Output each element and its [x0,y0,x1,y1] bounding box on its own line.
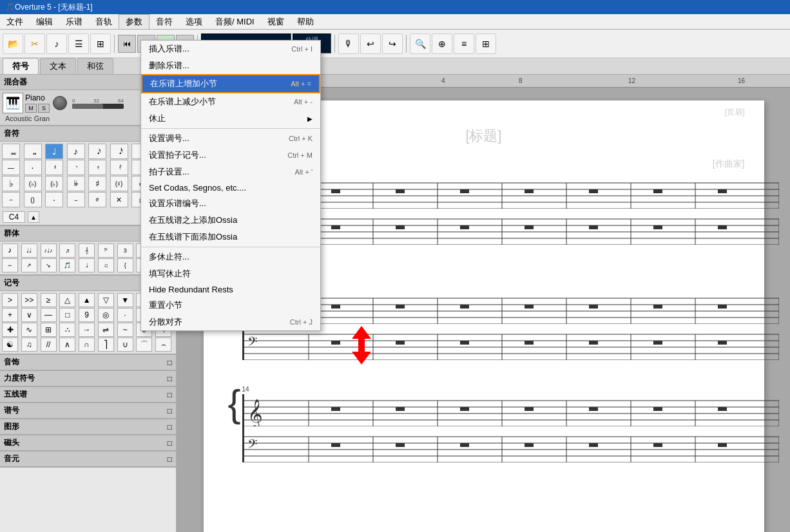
section-citou-header[interactable]: 磁头 □ [0,435,176,451]
section-puhao-header[interactable]: 谱号 □ [0,403,176,419]
menu-view[interactable]: 视窗 [261,14,291,29]
toolbar-scissors[interactable]: ✂ [24,33,45,54]
sym-gg[interactable]: >> [21,293,37,307]
sym-circle2[interactable]: ◎ [98,308,114,322]
menu-set-codas[interactable]: Set Codas, Segnos, etc.... [141,180,320,195]
group-14[interactable]: ♩ [79,258,95,272]
section-yinshi-header[interactable]: 音饰 □ [0,355,176,370]
menu-delete-score[interactable]: 删除乐谱... [141,57,320,74]
rest-16th[interactable]: 𝅀 [110,160,128,175]
group-10[interactable]: ⌢ [2,258,18,272]
menu-edit[interactable]: 编辑 [30,14,59,29]
pan-knob[interactable] [53,96,67,110]
rest-whole[interactable]: — [2,160,20,175]
solo-btn[interactable]: S [38,104,50,113]
note-whole[interactable]: 𝅜 [2,144,20,159]
tab-chord[interactable]: 和弦 [77,58,113,74]
menu-audio[interactable]: 音频/ MIDI [209,14,261,29]
note-32nd[interactable]: 𝅘𝅥𝅰 [110,144,128,159]
menu-fill-rest[interactable]: 填写休止符 [141,265,320,282]
toolbar-list2[interactable]: ⊞ [90,33,111,54]
note-half[interactable]: 𝅝 [24,144,42,159]
section-tuxing-header[interactable]: 图形 □ [0,419,176,435]
menu-add-ossia-below[interactable]: 在五线谱下面添加Ossia [141,229,320,245]
menu-set-time[interactable]: 设置拍子记号... Ctrl + M [141,147,320,164]
toolbar-extra3[interactable]: ⊞ [476,33,496,54]
sym-music2[interactable]: ♫ [21,337,37,352]
note-trill[interactable]: # [88,192,106,207]
note-staccato[interactable]: · [45,192,63,207]
note-tie[interactable]: ⌢ [2,192,20,207]
sym-arrows[interactable]: ⇌ [98,323,114,337]
sym-up-tri[interactable]: △ [59,293,75,307]
mute-btn[interactable]: M [25,104,37,113]
rest-dot[interactable]: · [24,160,42,175]
group-7[interactable]: 3 [117,243,133,258]
sym-v[interactable]: ∨ [21,308,37,322]
mod-sharp[interactable]: ♯ [88,176,106,191]
sym-plus2[interactable]: ✚ [2,323,18,337]
sym-box[interactable]: ⊞ [41,323,57,337]
rest-half[interactable]: 𝄽 [45,160,63,175]
toolbar-list1[interactable]: ☰ [68,33,89,54]
sym-gt[interactable]: > [2,293,18,307]
sym-down-tri[interactable]: ▽ [98,293,114,307]
note-paren[interactable]: () [24,192,42,207]
sym-wave2[interactable]: ∧ [59,337,75,352]
sym-dots3[interactable]: ∴ [59,323,75,337]
sym-square[interactable]: □ [59,308,75,322]
menu-help[interactable]: 帮助 [291,14,320,29]
menu-add-ossia-above[interactable]: 在五线谱之上添加Ossia [141,212,320,229]
menu-add-measure[interactable]: 在乐谱上增加小节 Alt + = [141,74,320,93]
pitch-up[interactable]: ▲ [28,211,39,223]
menu-tempo[interactable]: 拍子设置... Alt + ' [141,164,320,180]
note-quarter[interactable]: ♩ [45,144,63,159]
sym-dot2[interactable]: · [117,308,133,322]
group-6[interactable]: 𝄢 [98,243,114,258]
group-15[interactable]: ♫ [98,258,114,272]
sym-tilde[interactable]: ~ [117,323,133,337]
group-3[interactable]: ♪♩♪ [41,243,57,258]
menu-score[interactable]: 乐谱 [59,14,89,29]
section-lidu-header[interactable]: 力度符号 □ [0,371,176,386]
sym-arrow-r[interactable]: → [79,323,95,337]
mod-paren-flat[interactable]: (♭) [24,176,42,191]
menu-track[interactable]: 音轨 [89,14,119,29]
toolbar-record2[interactable]: 🎙 [338,33,359,54]
toolbar-music[interactable]: ♪ [46,33,67,54]
group-2[interactable]: ♩♩ [21,243,37,258]
menu-remove-measure[interactable]: 在乐谱上减少小节 Alt + - [141,93,320,110]
menu-justify[interactable]: 分散对齐 Ctrl + J [141,314,320,330]
menu-hide-redundant[interactable]: Hide Redundant Rests [141,282,320,297]
sym-slash[interactable]: // [41,337,57,352]
menu-set-key[interactable]: 设置调号... Ctrl + K [141,130,320,147]
section-wuxianpu-header[interactable]: 五线谱 □ [0,387,176,403]
menu-notes[interactable]: 音符 [149,14,179,29]
rest-eighth[interactable]: 𝄿 [88,160,106,175]
toolbar-undo[interactable]: ↩ [360,33,381,54]
sym-ge[interactable]: ≥ [41,293,57,307]
rest-quarter[interactable]: 𝄾 [67,160,85,175]
tab-text[interactable]: 文本 [40,58,76,74]
sym-9[interactable]: 9 [79,308,95,322]
mod-paren-b2[interactable]: (♭) [45,176,63,191]
menu-options[interactable]: 选项 [179,14,209,29]
sym-curl[interactable]: ☯ [2,337,18,352]
group-4[interactable]: ♬ [59,243,75,258]
sym-up-tri2[interactable]: ▲ [79,293,95,307]
mod-paren-sharp[interactable]: (♯) [110,176,128,191]
menu-file[interactable]: 文件 [0,14,30,29]
group-1[interactable]: 𝅘𝅥𝅮♪ [2,243,18,258]
note-x[interactable]: × [110,192,128,207]
toolbar-redo[interactable]: ↪ [382,33,403,54]
tab-symbol[interactable]: 符号 [3,58,39,74]
group-13[interactable]: 🎵 [59,258,75,272]
menu-params[interactable]: 参数 [119,14,149,29]
sym-plus[interactable]: + [2,308,18,322]
sym-down-tri2[interactable]: ▼ [117,293,133,307]
toolbar-extra1[interactable]: ⊕ [432,33,452,54]
toolbar-search[interactable]: 🔍 [410,33,430,54]
sym-wave[interactable]: ∿ [21,323,37,337]
toolbar-open[interactable]: 📂 [3,33,23,54]
sym-reverse[interactable]: ⌒ [136,337,152,352]
